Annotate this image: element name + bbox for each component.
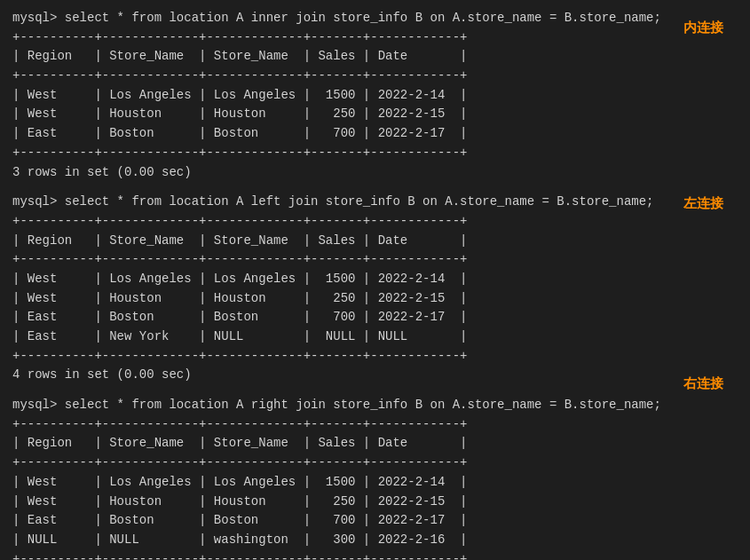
table-row: | West | Los Angeles | Los Angeles | 150… (12, 270, 738, 289)
right-join-sep-top: +----------+-------------+-------------+… (12, 415, 738, 435)
table-row: | East | Boston | Boston | 700 | 2022-2-… (12, 124, 738, 144)
right-join-sep-mid: +----------+-------------+-------------+… (12, 454, 738, 473)
table-row: | NULL | NULL | washington | 300 | 2022-… (12, 531, 738, 550)
terminal: mysql> select * from location A inner jo… (12, 9, 738, 560)
table-row: | East | Boston | Boston | 700 | 2022-2-… (12, 511, 738, 531)
table-row: | East | Boston | Boston | 700 | 2022-2-… (12, 308, 738, 327)
left-join-sep-bot: +----------+-------------+-------------+… (12, 347, 738, 367)
inner-join-sep-top: +----------+-------------+-------------+… (12, 28, 738, 48)
inner-join-header: | Region | Store_Name | Store_Name | Sal… (12, 47, 738, 67)
table-row: | West | Los Angeles | Los Angeles | 150… (12, 473, 738, 493)
inner-join-section: mysql> select * from location A inner jo… (12, 9, 738, 182)
left-join-header: | Region | Store_Name | Store_Name | Sal… (12, 232, 738, 251)
left-join-command: mysql> select * from location A left joi… (12, 193, 738, 212)
right-join-section: mysql> select * from location A right jo… (12, 396, 738, 560)
table-row: | West | Houston | Houston | 250 | 2022-… (12, 289, 738, 309)
inner-join-command: mysql> select * from location A inner jo… (12, 9, 738, 28)
table-row: | East | New York | NULL | NULL | NULL | (12, 327, 738, 347)
left-join-sep-mid: +----------+-------------+-------------+… (12, 250, 738, 270)
left-join-sep-top: +----------+-------------+-------------+… (12, 212, 738, 232)
right-join-sep-bot: +----------+-------------+-------------+… (12, 550, 738, 560)
table-row: | West | Los Angeles | Los Angeles | 150… (12, 86, 738, 106)
right-join-command: mysql> select * from location A right jo… (12, 396, 738, 415)
left-join-label: 左连接 (683, 195, 723, 212)
right-join-header: | Region | Store_Name | Store_Name | Sal… (12, 434, 738, 454)
table-row: | West | Houston | Houston | 250 | 2022-… (12, 105, 738, 124)
table-row: | West | Houston | Houston | 250 | 2022-… (12, 493, 738, 512)
inner-join-result: 3 rows in set (0.00 sec) (12, 163, 738, 183)
inner-join-sep-bot: +----------+-------------+-------------+… (12, 144, 738, 163)
inner-join-sep-mid: +----------+-------------+-------------+… (12, 67, 738, 86)
inner-join-label: 内连接 (683, 20, 723, 36)
left-join-section: mysql> select * from location A left joi… (12, 193, 738, 385)
left-join-result: 4 rows in set (0.00 sec) (12, 366, 738, 385)
right-join-label: 右连接 (683, 375, 723, 392)
